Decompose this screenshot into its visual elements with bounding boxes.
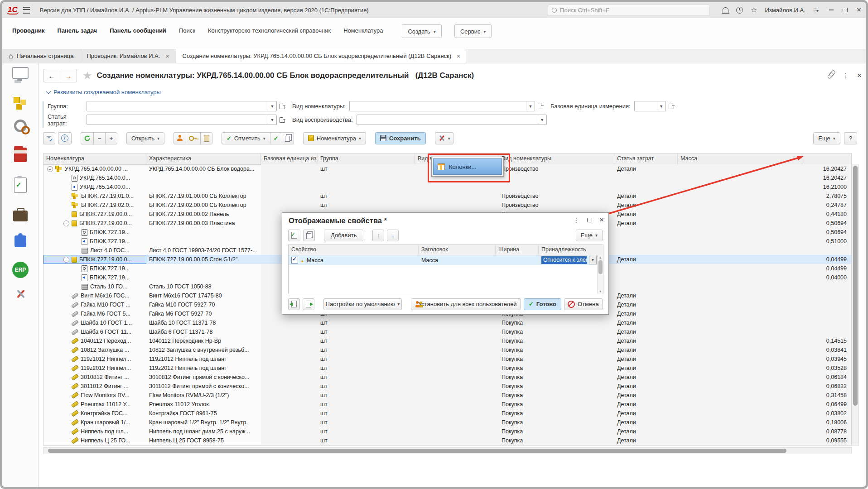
base-unit-field[interactable]: ▼ <box>634 101 666 111</box>
sidebar-item-clip[interactable] <box>2 177 39 193</box>
tab-close-icon[interactable]: × <box>165 53 169 60</box>
tools-button[interactable] <box>435 132 453 144</box>
menu-item-6[interactable]: Номенклатура <box>343 24 383 37</box>
move-up-button[interactable] <box>372 230 384 241</box>
column-header-3[interactable]: Базовая единица измерения <box>261 153 318 164</box>
add-property-button[interactable]: Добавить <box>324 230 363 241</box>
create-button[interactable]: Создать <box>402 24 441 38</box>
cost-item-dropdown-icon[interactable]: ▼ <box>268 115 276 125</box>
tree-expander-icon[interactable] <box>63 221 69 226</box>
nomenclature-button[interactable]: Номенклатура <box>303 132 366 144</box>
table-row[interactable]: 119z1012 Ниппел...119z1012 Ниппель под ш… <box>43 355 851 364</box>
favorite-star-icon[interactable]: ★ <box>82 69 92 82</box>
checkbox-checked[interactable] <box>291 257 298 264</box>
table-row[interactable]: 1040112 Переход...1040112 Переходник Нр-… <box>43 336 851 345</box>
favorites-icon[interactable]: ☆ <box>751 6 757 14</box>
menu-item-5[interactable]: Конструкторско-технологический справочни… <box>208 24 331 37</box>
notifications-icon[interactable] <box>723 7 728 13</box>
menu-item-3[interactable]: Панель сообщений <box>110 24 166 37</box>
lock-button[interactable] <box>186 132 201 144</box>
filter-button[interactable] <box>43 132 55 144</box>
column-header-8[interactable]: Масса <box>678 153 802 164</box>
load-settings-button[interactable] <box>288 298 300 310</box>
forward-button[interactable]: → <box>60 69 77 82</box>
dialog-column-header-3[interactable]: Ширина <box>496 245 539 255</box>
belonging-dropdown-icon[interactable]: ▼ <box>589 256 597 264</box>
mark-button[interactable]: Отметить <box>222 132 270 144</box>
refresh-button[interactable] <box>81 132 94 144</box>
dialog-scrollbar[interactable]: ▲ ▼ <box>597 255 603 294</box>
table-row[interactable]: БПКЖ.727.19.02.0...БПКЖ.727.19.02.00.00 … <box>43 201 851 210</box>
help-button[interactable]: ? <box>844 132 857 144</box>
global-search-input[interactable]: Поиск Ctrl+Shift+F <box>548 5 710 16</box>
dialog-more-icon[interactable]: ⋮ <box>573 216 580 224</box>
mark-all-button[interactable] <box>270 132 282 144</box>
restore-button[interactable] <box>843 8 848 12</box>
column-header-4[interactable]: Группа <box>318 153 415 164</box>
dialog-more-button[interactable]: Еще <box>576 230 603 241</box>
user-menu-icon[interactable]: ≡ <box>813 6 818 14</box>
menu-item-1[interactable]: Проводник <box>12 24 44 37</box>
scroll-down-icon[interactable]: ▼ <box>598 289 603 294</box>
belonging-cell[interactable]: Относится к элеме▼ <box>539 256 603 264</box>
table-row[interactable]: 119z2012 Ниппел...119z2012 Ниппель под ш… <box>43 364 851 373</box>
scroll-up-icon[interactable]: ▲ <box>598 255 603 260</box>
copy-marks-button[interactable] <box>282 132 294 144</box>
table-row[interactable]: Шайба 6 ГОСТ 11...Шайба 6 ГОСТ 11371-78ш… <box>43 327 851 336</box>
author-button[interactable] <box>174 132 186 144</box>
reproduction-dropdown-icon[interactable]: ▼ <box>538 115 546 125</box>
close-form-button[interactable]: × <box>857 72 862 79</box>
dialog-close-icon[interactable]: × <box>599 217 604 223</box>
kind-dropdown-icon[interactable]: ▼ <box>526 101 535 111</box>
table-row[interactable]: УКРД.765.14.00.0...16,21000 <box>43 182 851 192</box>
requisites-section-toggle[interactable]: Реквизиты создаваемой номенклатуры <box>47 89 161 96</box>
sidebar-item-desktop[interactable] <box>2 67 39 79</box>
column-header-1[interactable]: Номенклатура <box>43 153 146 164</box>
sidebar-item-case[interactable] <box>2 207 39 221</box>
horizontal-scrollbar[interactable] <box>43 447 852 454</box>
expand-all-button[interactable] <box>105 132 117 144</box>
table-row[interactable]: 3010812 Фитинг ...3010812 Фитинг прямой … <box>43 373 851 382</box>
dialog-column-header-2[interactable]: Заголовок <box>419 245 496 255</box>
sidebar-item-folder[interactable] <box>2 148 39 162</box>
kind-field[interactable]: ▼ <box>349 101 535 111</box>
default-settings-button[interactable]: Настройки по умолчанию <box>323 298 402 310</box>
get-link-icon[interactable] <box>827 72 834 79</box>
dialog-column-header-4[interactable]: Принадлежность <box>539 245 603 255</box>
table-row[interactable]: 3011012 Фитинг ...3011012 Фитинг прямой … <box>43 382 851 391</box>
table-row[interactable]: Кран шаровый 1/...Кран шаровый 1/2" Внут… <box>43 418 851 427</box>
menu-item-4[interactable]: Поиск <box>179 24 195 37</box>
more-button[interactable]: Еще <box>813 132 840 144</box>
set-for-all-users-button[interactable]: Установить для всех пользователей <box>411 298 521 310</box>
table-row[interactable]: Ниппель Ц 25 ГО...Ниппель Ц 25 ГОСТ 8958… <box>43 436 851 445</box>
group-open-icon[interactable] <box>280 104 285 109</box>
sidebar-item-gears[interactable] <box>2 120 39 132</box>
clear-all-marks-button[interactable] <box>303 230 315 241</box>
base-unit-open-icon[interactable] <box>669 104 674 109</box>
table-row[interactable]: Pneumax 11012 У...Pneumax 11012 Уголокшт… <box>43 400 851 409</box>
tree-expander-icon[interactable] <box>47 166 53 172</box>
done-button[interactable]: Готово <box>524 298 561 310</box>
dialog-column-header-1[interactable]: Свойство <box>289 245 419 255</box>
document-button[interactable] <box>200 132 212 144</box>
belonging-value[interactable]: Относится к элеме <box>541 256 587 264</box>
close-window-button[interactable]: × <box>857 7 861 13</box>
table-row[interactable]: Flow Monitors RV...Flow Monitors RVM/U-2… <box>43 391 851 400</box>
dialog-property-row[interactable]: МассаМассаОтносится к элеме▼ <box>289 255 603 265</box>
minimize-button[interactable] <box>829 10 834 10</box>
tab-1[interactable]: ⌂Начальная страница <box>2 49 80 63</box>
column-header-6[interactable]: Вид номенклатуры <box>499 153 614 164</box>
more-commands-icon[interactable]: ⋮ <box>842 72 849 79</box>
sidebar-item-erp[interactable]: ERP <box>2 262 39 278</box>
dialog-maximize-icon[interactable] <box>587 218 592 222</box>
group-dropdown-icon[interactable]: ▼ <box>268 101 276 111</box>
table-row[interactable]: Ниппель под шл...Ниппель под шланг диам.… <box>43 427 851 436</box>
collapse-all-button[interactable] <box>93 132 106 144</box>
save-button[interactable]: Сохранить <box>375 132 426 144</box>
tab-2[interactable]: Проводник: Измайлов И.А.× <box>80 49 176 63</box>
cancel-button[interactable]: Отмена <box>564 298 603 310</box>
set-all-marks-button[interactable] <box>288 230 300 241</box>
sidebar-item-tools[interactable] <box>2 289 39 299</box>
cost-item-open-icon[interactable] <box>280 117 285 123</box>
group-field[interactable]: ▼ <box>87 101 277 111</box>
